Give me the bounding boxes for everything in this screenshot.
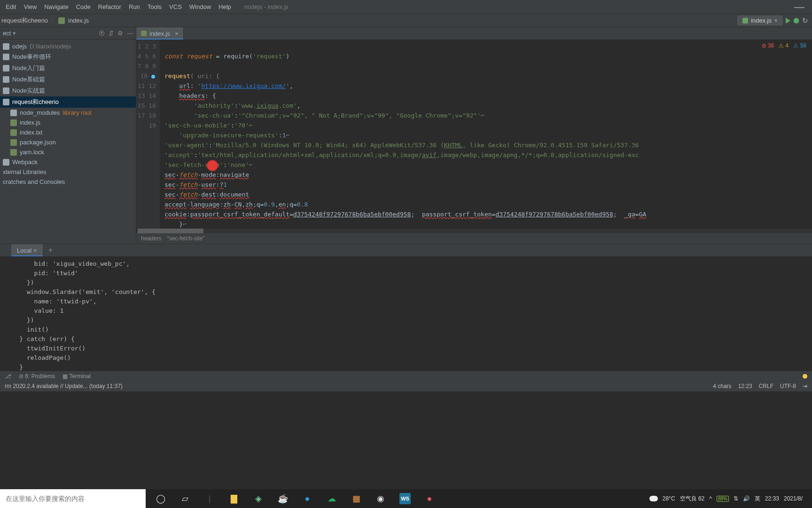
clock-time[interactable]: 22:33: [765, 495, 779, 502]
tree-label: index.js: [20, 119, 40, 126]
file-explorer-icon[interactable]: ▇: [228, 493, 240, 504]
breakpoint-icon[interactable]: [151, 75, 155, 79]
terminal-tab-inactive[interactable]: [0, 244, 11, 256]
run-config-dropdown[interactable]: index.js ▾: [737, 16, 783, 25]
hide-icon[interactable]: —: [127, 30, 133, 37]
update-message[interactable]: rm 2020.2.4 available // Update... (toda…: [5, 383, 123, 389]
app-icon[interactable]: ☕: [277, 493, 289, 504]
tree-item[interactable]: Webpack: [0, 157, 136, 167]
weather-icon[interactable]: [649, 496, 658, 501]
js-file-icon: [141, 31, 147, 36]
terminal-add-tab[interactable]: +: [43, 244, 58, 256]
battery-icon[interactable]: 88%: [717, 496, 729, 502]
menu-view[interactable]: View: [20, 1, 40, 12]
tool-version-control[interactable]: ⎇: [5, 373, 11, 380]
start-button[interactable]: ◯: [155, 493, 166, 504]
volume-icon[interactable]: 🔊: [743, 495, 750, 502]
tree-root[interactable]: odejs D:\lianxi\nodejs: [0, 41, 136, 51]
tree-item[interactable]: Node事件循环: [0, 51, 136, 63]
terminal-tab-local[interactable]: Local×: [11, 244, 43, 256]
task-view-icon[interactable]: ▱: [180, 493, 191, 504]
tree-item-selected[interactable]: request和cheerio: [0, 96, 136, 108]
menu-navigate[interactable]: Navigate: [40, 1, 72, 12]
air-quality[interactable]: 空气良 62: [680, 495, 705, 503]
tree-item[interactable]: package.json: [0, 137, 136, 147]
editor-tab[interactable]: index.js ×: [136, 27, 184, 40]
ide-footer: ⎇ ⊘ 6: Problems ▦ Terminal rm 2020.2.4 a…: [0, 371, 812, 391]
file-icon: [10, 149, 17, 156]
wechat-icon[interactable]: ☁: [326, 493, 337, 504]
notification-icon[interactable]: [803, 374, 807, 379]
tool-problems[interactable]: ⊘ 6: Problems: [19, 373, 55, 380]
app-icon[interactable]: ▦: [351, 493, 362, 504]
taskbar: ◯ ▱ | ▇ ◈ ☕ ● ☁ ▦ ◉ WS ● 28°C 空气良 62 ^ 8…: [146, 489, 812, 508]
folder-icon: [3, 159, 9, 166]
breadcrumb-file[interactable]: index.js: [67, 17, 90, 24]
search-input[interactable]: [6, 495, 140, 502]
tool-terminal[interactable]: ▦ Terminal: [62, 373, 90, 380]
breadcrumb: request和cheerio 〉 index.js: [0, 16, 90, 25]
tray-expand-icon[interactable]: ^: [709, 495, 712, 502]
run-config-label: index.js: [751, 17, 772, 24]
tree-item[interactable]: xternal Libraries: [0, 167, 136, 177]
reload-button[interactable]: ↻: [802, 16, 808, 25]
crumb[interactable]: headers: [141, 235, 161, 242]
ime-indicator[interactable]: 英: [755, 495, 760, 503]
breadcrumb-sep: 〉: [49, 16, 58, 25]
tree-item[interactable]: Node入门篇: [0, 63, 136, 74]
menu-tools[interactable]: Tools: [144, 1, 165, 12]
structure-crumbs[interactable]: headers "sec-fetch-site": [136, 233, 812, 244]
horizontal-scrollbar[interactable]: [136, 229, 812, 233]
editor-area: index.js × ⊘ 36 ⚠ 4 ⚠ 58 1 2 3 4 5 6 7 8…: [136, 27, 812, 244]
breadcrumb-folder[interactable]: request和cheerio: [0, 16, 49, 25]
webstorm-icon[interactable]: WS: [399, 493, 411, 504]
menu-bar: Edit View Navigate Code Refactor Run Too…: [0, 0, 812, 14]
close-tab-icon[interactable]: ×: [175, 30, 179, 37]
status-indent[interactable]: ⇥: [803, 383, 807, 389]
status-encoding[interactable]: UTF-8: [780, 383, 796, 389]
minimize-button[interactable]: —: [789, 1, 810, 13]
code-area[interactable]: const request = require('request') reque…: [160, 40, 812, 229]
tree-item[interactable]: yarn.lock: [0, 147, 136, 157]
tree-item[interactable]: node_modules library root: [0, 108, 136, 118]
node-icon: [742, 18, 748, 24]
menu-code[interactable]: Code: [72, 1, 94, 12]
tree-label: yarn.lock: [20, 149, 44, 156]
gear-icon[interactable]: ⚙: [117, 30, 123, 37]
debug-button[interactable]: ⬢: [793, 16, 799, 25]
close-tab-icon[interactable]: ×: [33, 247, 37, 254]
target-icon[interactable]: ⦿: [99, 30, 105, 37]
tree-item[interactable]: cratches and Consoles: [0, 177, 136, 187]
editor-gutter[interactable]: 1 2 3 4 5 6 7 8 9 10 11 12 13 14 15 16 1…: [136, 40, 160, 229]
file-icon: [10, 129, 17, 136]
app-icon[interactable]: ●: [302, 493, 313, 504]
windows-search[interactable]: [0, 489, 146, 508]
window-title: nodejs - index.js: [244, 3, 289, 10]
status-caret[interactable]: 12:23: [738, 383, 752, 389]
menu-run[interactable]: Run: [125, 1, 144, 12]
tree-item[interactable]: index.js: [0, 118, 136, 127]
network-icon[interactable]: ⇅: [734, 495, 738, 502]
collapse-icon[interactable]: ⇵: [109, 30, 114, 37]
clock-date[interactable]: 2021/8/: [784, 495, 803, 502]
tree-item[interactable]: Node基础篇: [0, 74, 136, 85]
run-button[interactable]: [786, 18, 790, 24]
status-line-sep[interactable]: CRLF: [759, 383, 773, 389]
menu-edit[interactable]: Edit: [2, 1, 20, 12]
weather-temp[interactable]: 28°C: [663, 495, 675, 502]
terminal-tabs: Local× +: [0, 244, 812, 256]
crumb[interactable]: "sec-fetch-site": [167, 235, 204, 242]
menu-refactor[interactable]: Refactor: [94, 1, 125, 12]
menu-window[interactable]: Window: [186, 1, 215, 12]
menu-vcs[interactable]: VCS: [165, 1, 186, 12]
terminal-output[interactable]: bid: 'xigua_video_web_pc', pid: 'ttwid' …: [0, 256, 812, 375]
app-icon[interactable]: ●: [424, 493, 435, 504]
menu-help[interactable]: Help: [215, 1, 235, 12]
chevron-down-icon[interactable]: ▾: [13, 30, 16, 37]
app-icon[interactable]: ◈: [253, 493, 264, 504]
chrome-icon[interactable]: ◉: [375, 493, 386, 504]
tree-item[interactable]: Node实战篇: [0, 85, 136, 96]
sidebar-title[interactable]: ect: [3, 30, 11, 37]
tree-item[interactable]: index.txt: [0, 127, 136, 137]
sidebar-header: ect ▾ ⦿ ⇵ ⚙ —: [0, 27, 136, 40]
